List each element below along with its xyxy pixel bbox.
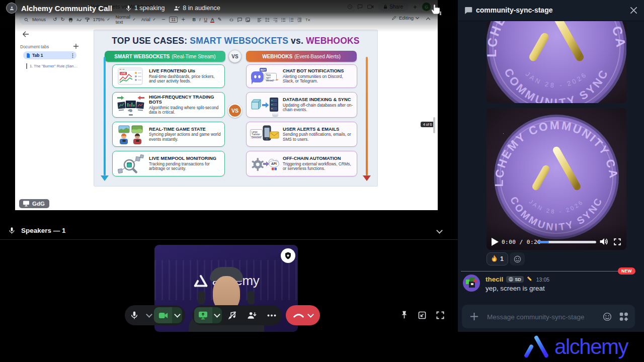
pin-button[interactable] xyxy=(400,310,409,320)
soundboard-off-button[interactable] xyxy=(222,311,242,320)
camera-options-chevron[interactable] xyxy=(172,307,182,323)
vs-badge-top: VS xyxy=(228,50,242,63)
message-timestamp: 13:05 xyxy=(536,277,549,283)
speakers-section-header[interactable]: Speakers — 1 xyxy=(0,221,458,240)
share-source-badge: GdG xyxy=(19,199,49,208)
screenshare-region: Websockets vs Webhooks Share G Menus xyxy=(0,0,458,221)
fire-reaction-pill[interactable]: 1 xyxy=(487,252,508,265)
new-badge: NEW xyxy=(618,267,635,275)
role-badge: SD xyxy=(506,276,524,283)
docs-sidebar: Document tabs Tab 1 1. The "Burner" Rule… xyxy=(15,25,84,210)
shared-google-docs: Websockets vs Webhooks Share G Menus xyxy=(15,0,438,210)
message-input[interactable] xyxy=(486,305,604,329)
audience-icon xyxy=(174,5,180,12)
headphone-right xyxy=(248,291,255,304)
card-game-state: REAL-TIME GAME STATE Syncing player acti… xyxy=(112,122,225,147)
ellipsis-icon xyxy=(267,314,276,317)
tab-1: Tab 1 xyxy=(23,51,76,59)
player-progress-fill xyxy=(537,241,549,243)
collapse-toolbar-icon xyxy=(426,18,430,22)
italic-button: I xyxy=(199,17,201,22)
apps-icon[interactable] xyxy=(619,312,628,321)
infographic-title: TOP USE CASES: SMART WEBSOCKETS vs. WEBH… xyxy=(94,36,377,46)
indent-icon xyxy=(297,18,302,22)
add-reaction-button[interactable] xyxy=(510,252,525,265)
player-time: 0:00 / 0:20 xyxy=(502,239,541,245)
control-group-share xyxy=(192,305,282,325)
svg-text:T: T xyxy=(305,18,307,21)
stage-top-bar: Alchemy Community Call 1 speaking 8 in a… xyxy=(0,0,458,16)
message-author[interactable]: thecil xyxy=(486,276,503,283)
phone-alert-bubble: Large Transfer Detected! xyxy=(250,129,263,137)
card-title: REAL-TIME GAME STATE xyxy=(149,127,221,132)
font-size: 11 xyxy=(169,17,178,23)
websockets-spine xyxy=(104,57,106,175)
doc-icon xyxy=(26,53,30,58)
headphone-left xyxy=(198,291,205,304)
spellcheck-icon: A xyxy=(76,18,82,22)
zoom-level: 175% xyxy=(93,17,105,22)
role-badge-face-icon xyxy=(509,277,513,282)
coin-video-current[interactable]: ALCHEMY COMMUNITY CALL COMMUNITY SYNC JA… xyxy=(487,108,626,250)
volume-button[interactable] xyxy=(599,237,608,246)
leave-call-button[interactable] xyxy=(286,305,320,325)
leave-options-chevron[interactable] xyxy=(307,311,314,318)
card-offchain-automation: API OFF-CHAIN AUTOMATION Triggering exte… xyxy=(246,151,357,176)
pencil-emoji-icon xyxy=(527,276,533,283)
numbered-list-icon: 123 xyxy=(289,18,294,22)
card-desc: Algorithmic trading where split-second d… xyxy=(149,106,221,115)
phone-envelope-icon: Large Transfer Detected! xyxy=(250,124,280,144)
attach-plus-icon[interactable] xyxy=(469,312,479,321)
mic-options-chevron[interactable] xyxy=(144,314,154,317)
bot-speech-bubble: New NFT Minted! xyxy=(265,73,277,80)
screenshare-options-chevron[interactable] xyxy=(212,307,222,323)
menus-label: Menus xyxy=(32,17,46,22)
music-off-icon xyxy=(227,311,237,320)
docs-page: TOP USE CASES: SMART WEBSOCKETS vs. WEBH… xyxy=(83,25,438,210)
highlight-icon: ✎ xyxy=(217,17,221,22)
comment-icon xyxy=(237,18,242,22)
card-desc: Syncing player actions and game world ev… xyxy=(149,132,221,142)
bullet-list-icon xyxy=(281,18,286,22)
underline-button: U xyxy=(204,17,207,22)
svg-text:LIVE: LIVE xyxy=(121,72,126,74)
camera-icon xyxy=(158,312,168,319)
live-dashboard-icon: LIVE xyxy=(116,66,146,86)
speaking-count: 1 speaking xyxy=(125,5,165,12)
popout-button[interactable] xyxy=(418,311,427,320)
player-fullscreen-button[interactable] xyxy=(613,238,621,246)
emoji-picker-icon[interactable] xyxy=(603,312,612,321)
checklist-icon xyxy=(273,18,278,22)
clear-format-icon: T xyxy=(305,18,310,22)
app-root: Websockets vs Webhooks Share G Menus xyxy=(0,0,644,362)
discord-bot-icon: BOT New NFT Minted! xyxy=(250,66,280,86)
align-icon xyxy=(257,18,262,22)
new-messages-divider xyxy=(461,271,632,272)
decrease-font-icon: − xyxy=(162,17,166,22)
card-mempool: LIVE MEMPOOL MONITORING Tracking pending… xyxy=(112,151,225,176)
coin-video-previous[interactable]: ALCHEMY COMMUNITY CALL COMMUNITY SYNC JA… xyxy=(487,21,626,103)
close-icon[interactable] xyxy=(630,7,637,14)
mic-icon xyxy=(8,227,16,234)
fullscreen-button[interactable] xyxy=(436,311,445,320)
camera-button[interactable] xyxy=(154,307,172,323)
mic-button[interactable] xyxy=(125,311,144,320)
search-icon xyxy=(24,18,29,22)
reaction-count: 1 xyxy=(500,255,504,262)
fullscreen-icon xyxy=(436,311,445,320)
player-progress-bar[interactable] xyxy=(537,241,596,243)
bold-button: B xyxy=(192,17,196,22)
card-title: CHAT BOT NOTIFICATIONS xyxy=(283,68,354,73)
paragraph-style: Normal text xyxy=(116,15,130,25)
svg-text:A: A xyxy=(76,18,79,21)
screenshare-button[interactable] xyxy=(194,307,212,323)
card-desc: Tracking pending transactions for arbitr… xyxy=(149,162,221,171)
control-group-av xyxy=(125,305,185,325)
move-to-audience-button[interactable] xyxy=(242,311,262,320)
collapse-speakers-icon[interactable] xyxy=(436,227,443,234)
avatar[interactable] xyxy=(463,275,480,292)
more-options-button[interactable] xyxy=(262,314,282,317)
person-down-icon xyxy=(247,311,257,320)
play-button[interactable] xyxy=(491,237,499,246)
gear-api-icon: API xyxy=(250,154,280,174)
